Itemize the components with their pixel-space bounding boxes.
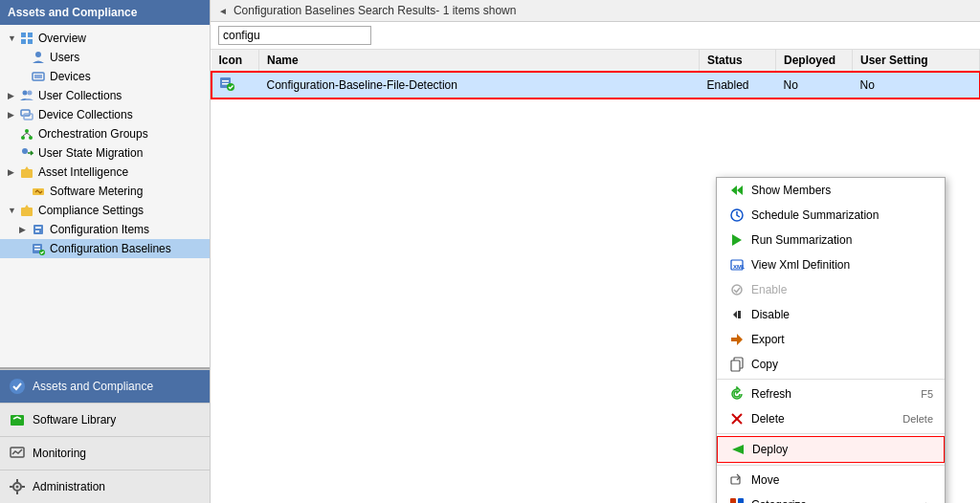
xml-icon: XML (728, 256, 746, 273)
copy-icon (728, 356, 746, 373)
sidebar-label-asset-intelligence: Asset Intelligence (38, 165, 128, 179)
ctx-categorize[interactable]: Categorize ▶ (717, 492, 945, 503)
svg-point-33 (16, 486, 19, 489)
ctx-label-export: Export (751, 333, 785, 346)
svg-rect-17 (21, 169, 33, 178)
svg-rect-2 (21, 39, 26, 44)
svg-marker-21 (25, 205, 29, 208)
row-deployed-cell: No (776, 72, 853, 98)
svg-rect-57 (730, 498, 736, 503)
sidebar-label-orchestration-groups: Orchestration Groups (38, 127, 148, 141)
nav-mon-icon (8, 444, 27, 463)
deploy-icon (729, 441, 746, 458)
categorize-icon (728, 496, 746, 503)
svg-rect-27 (34, 249, 40, 251)
ctx-label-categorize: Categorize (751, 498, 807, 503)
svg-marker-42 (731, 186, 737, 195)
sidebar-item-user-collections[interactable]: ▶ User Collections (0, 86, 210, 105)
row-name-cell: Configuration-Baseline-File-Detection (259, 72, 700, 98)
svg-line-15 (27, 133, 31, 136)
table-header-row: Icon Name Status Deployed User Setting (212, 50, 980, 72)
ctx-view-xml[interactable]: XML View Xml Definition (717, 252, 945, 277)
ctx-label-view-xml: View Xml Definition (751, 258, 850, 272)
svg-marker-50 (731, 334, 743, 345)
ctx-schedule-summarization[interactable]: Schedule Summarization (717, 203, 945, 228)
nav-monitoring[interactable]: Monitoring (0, 436, 210, 470)
svg-rect-40 (222, 83, 229, 85)
sidebar-item-configuration-baselines[interactable]: ▶ Configuration Baselines (0, 239, 210, 258)
col-user-setting: User Setting (853, 50, 980, 72)
ctx-export[interactable]: Export (717, 327, 945, 352)
devices-icon (31, 69, 46, 84)
svg-rect-36 (10, 486, 12, 488)
sidebar-item-overview[interactable]: ▼ Overview (0, 29, 210, 48)
svg-rect-6 (34, 75, 42, 78)
nav-label-administration: Administration (33, 480, 105, 493)
sidebar-item-configuration-items[interactable]: ▶ Configuration Items (0, 220, 210, 239)
sidebar-item-devices[interactable]: ▶ Devices (0, 67, 210, 86)
svg-rect-1 (28, 33, 33, 37)
row-status-cell: Enabled (700, 72, 776, 98)
sidebar-tree: ▼ Overview ▶ Users ▶ Devices (0, 25, 210, 367)
sidebar-label-configuration-baselines: Configuration Baselines (50, 242, 171, 255)
ctx-label-deploy: Deploy (752, 443, 788, 456)
ctx-label-disable: Disable (751, 308, 790, 321)
sidebar-label-configuration-items: Configuration Items (50, 223, 149, 236)
col-status: Status (700, 50, 776, 72)
svg-marker-55 (732, 445, 744, 454)
nav-ac-icon (8, 377, 27, 396)
sidebar-label-users: Users (50, 51, 79, 64)
svg-rect-35 (16, 492, 18, 494)
collapse-button[interactable]: ◄ (218, 6, 228, 16)
sidebar-label-user-state-migration: User State Migration (38, 146, 143, 160)
sidebar-item-compliance-settings[interactable]: ▼ Compliance Settings (0, 201, 210, 220)
ctx-run-summarization[interactable]: Run Summarization (717, 228, 945, 252)
sidebar-item-orchestration-groups[interactable]: ▶ Orchestration Groups (0, 124, 210, 143)
ctx-refresh[interactable]: Refresh F5 (717, 382, 945, 406)
asset-intelligence-icon (19, 164, 34, 180)
svg-rect-10 (24, 114, 33, 120)
nav-software-library[interactable]: Software Library (0, 403, 210, 436)
row-icon-cell (212, 72, 259, 98)
expand-arrow-dc: ▶ (8, 110, 17, 120)
ctx-label-copy: Copy (751, 358, 778, 371)
svg-marker-43 (737, 186, 743, 195)
sidebar-item-asset-intelligence[interactable]: ▶ Asset Intelligence (0, 163, 210, 182)
sidebar-label-software-metering: Software Metering (50, 185, 143, 198)
ctx-show-members[interactable]: Show Members (717, 178, 945, 203)
sidebar-item-user-state-migration[interactable]: ▶ User State Migration (0, 143, 210, 163)
sidebar-item-device-collections[interactable]: ▶ Device Collections (0, 105, 210, 124)
search-input[interactable] (218, 26, 371, 45)
search-bar (211, 22, 980, 50)
nav-administration[interactable]: Administration (0, 470, 210, 503)
ctx-label-run-summarization: Run Summarization (751, 233, 852, 247)
run-icon (728, 231, 746, 249)
ctx-copy[interactable]: Copy (717, 352, 945, 377)
svg-point-7 (23, 91, 28, 96)
show-members-icon (728, 182, 746, 199)
sidebar-item-software-metering[interactable]: ▶ Software Metering (0, 182, 210, 201)
svg-marker-45 (732, 234, 742, 246)
ctx-move[interactable]: Move (717, 468, 945, 492)
ctx-enable[interactable]: Enable (717, 277, 945, 302)
nav-assets-compliance[interactable]: Assets and Compliance (0, 369, 210, 403)
nav-label-software-library: Software Library (33, 413, 116, 426)
ctx-label-refresh: Refresh (751, 387, 791, 401)
ctx-disable[interactable]: Disable (717, 302, 945, 327)
svg-rect-58 (738, 498, 744, 503)
ctx-label-delete: Delete (751, 412, 785, 426)
svg-line-14 (23, 133, 27, 136)
migration-icon (19, 145, 34, 161)
ctx-deploy[interactable]: Deploy (717, 436, 945, 463)
sidebar-label-user-collections: User Collections (38, 89, 122, 102)
config-baselines-icon (31, 241, 46, 256)
ctx-submenu-arrow-categorize: ▶ (925, 500, 933, 504)
nav-sl-icon (8, 410, 27, 429)
ctx-delete[interactable]: Delete Delete (717, 406, 945, 431)
results-data-table: Icon Name Status Deployed User Setting (211, 50, 980, 98)
svg-point-13 (29, 136, 33, 140)
nav-label-monitoring: Monitoring (33, 447, 86, 460)
users-icon (31, 50, 46, 65)
table-row[interactable]: Configuration-Baseline-File-Detection En… (212, 72, 980, 98)
sidebar-item-users[interactable]: ▶ Users (0, 48, 210, 67)
